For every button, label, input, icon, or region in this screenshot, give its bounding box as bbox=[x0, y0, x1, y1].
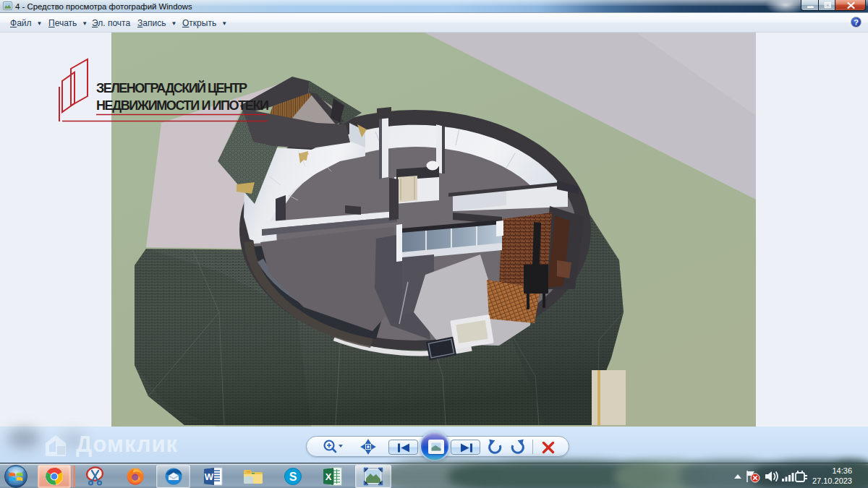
svg-text:X: X bbox=[325, 471, 331, 482]
svg-text:W: W bbox=[204, 471, 213, 482]
svg-text:ЗЕЛЕНОГРАДСКИЙ ЦЕНТР: ЗЕЛЕНОГРАДСКИЙ ЦЕНТР bbox=[96, 80, 247, 95]
svg-text:НЕДВИЖИМОСТИ И ИПОТЕКИ: НЕДВИЖИМОСТИ И ИПОТЕКИ bbox=[96, 98, 269, 113]
svg-text:S: S bbox=[289, 471, 297, 483]
